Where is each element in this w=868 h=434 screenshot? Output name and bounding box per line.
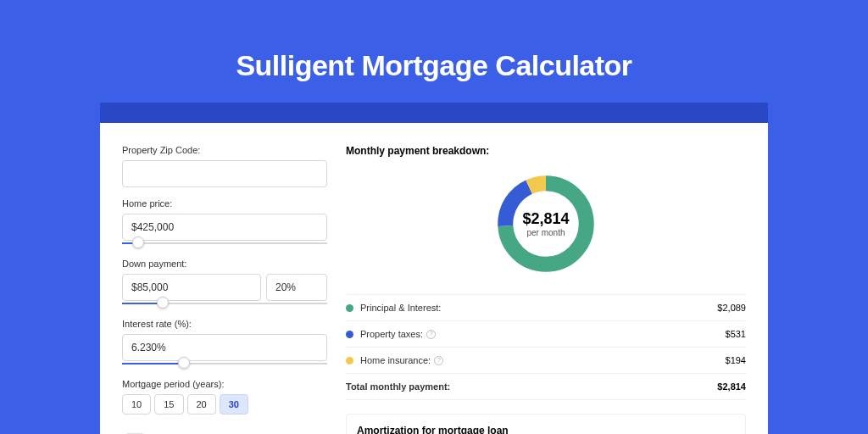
legend-dot-icon [346, 304, 353, 312]
breakdown-label: Home insurance: [360, 355, 431, 365]
payment-donut-chart: $2,814 per month [492, 170, 599, 277]
donut-total-value: $2,814 [522, 210, 569, 228]
period-option-15[interactable]: 15 [154, 394, 183, 415]
breakdown-total-value: $2,814 [717, 381, 746, 392]
breakdown-title: Monthly payment breakdown: [346, 145, 746, 157]
home-price-label: Home price: [122, 198, 327, 209]
down-payment-input[interactable] [122, 274, 261, 301]
period-option-10[interactable]: 10 [122, 394, 151, 415]
inputs-panel: Property Zip Code: Home price: Down paym… [122, 145, 327, 434]
breakdown-label: Principal & Interest: [360, 303, 441, 313]
interest-rate-label: Interest rate (%): [122, 319, 327, 329]
info-icon[interactable]: ? [434, 356, 443, 365]
page-title: Sulligent Mortgage Calculator [0, 0, 868, 103]
down-payment-slider[interactable] [122, 299, 327, 308]
slider-thumb[interactable] [178, 357, 190, 369]
breakdown-panel: Monthly payment breakdown: $2,814 per mo… [346, 145, 746, 434]
home-price-input[interactable] [122, 214, 327, 241]
period-button-group: 10 15 20 30 [122, 394, 327, 415]
info-icon[interactable]: ? [426, 330, 436, 339]
slider-thumb[interactable] [157, 297, 169, 309]
legend-dot-icon [346, 357, 353, 364]
period-option-30[interactable]: 30 [220, 394, 248, 415]
slider-thumb[interactable] [132, 236, 144, 248]
breakdown-row-total: Total monthly payment: $2,814 [346, 374, 746, 400]
amortization-title: Amortization for mortgage loan [357, 425, 735, 434]
period-label: Mortgage period (years): [122, 379, 327, 389]
zip-input[interactable] [122, 160, 327, 187]
interest-rate-input[interactable] [122, 334, 327, 361]
period-option-20[interactable]: 20 [187, 394, 216, 415]
interest-rate-slider[interactable] [122, 359, 327, 368]
breakdown-value: $2,089 [717, 303, 746, 313]
zip-label: Property Zip Code: [122, 145, 327, 155]
breakdown-total-label: Total monthly payment: [346, 381, 450, 392]
calculator-card: Property Zip Code: Home price: Down paym… [100, 123, 768, 434]
amortization-section: Amortization for mortgage loan Amortizat… [346, 414, 746, 434]
header-banner [100, 103, 768, 123]
legend-dot-icon [346, 331, 353, 338]
breakdown-value: $194 [726, 355, 746, 365]
down-payment-label: Down payment: [122, 259, 327, 269]
breakdown-label: Property taxes: [360, 329, 423, 339]
donut-sub-label: per month [526, 228, 565, 237]
breakdown-row-insurance: Home insurance: ? $194 [346, 348, 746, 374]
breakdown-row-taxes: Property taxes: ? $531 [346, 321, 746, 348]
home-price-slider[interactable] [122, 239, 327, 248]
down-payment-pct-input[interactable] [266, 274, 327, 301]
breakdown-row-principal: Principal & Interest: $2,089 [346, 295, 746, 321]
breakdown-value: $531 [726, 329, 746, 339]
